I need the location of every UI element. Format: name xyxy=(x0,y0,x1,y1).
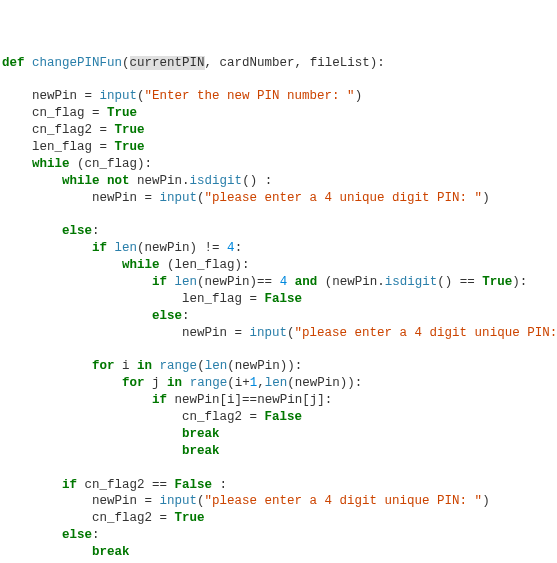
kw-false1: False xyxy=(265,292,303,306)
param-currentPIN[interactable]: currentPIN xyxy=(130,56,205,70)
kw-not: not xyxy=(107,174,130,188)
param-fileList: fileList xyxy=(310,56,370,70)
kw-false2: False xyxy=(265,410,303,424)
fn-input: input xyxy=(100,89,138,103)
kw-if2: if xyxy=(152,275,167,289)
kw-else2: else xyxy=(152,309,182,323)
var-len_flag: len_flag xyxy=(32,140,92,154)
kw-if1: if xyxy=(92,241,107,255)
kw-if3: if xyxy=(152,393,167,407)
kw-for1: for xyxy=(92,359,115,373)
kw-while3: while xyxy=(122,258,160,272)
kw-true3: True xyxy=(115,140,145,154)
kw-in1: in xyxy=(137,359,152,373)
var-newPin: newPin xyxy=(32,89,77,103)
str-prompt1: "Enter the new PIN number: " xyxy=(145,89,355,103)
kw-break1: break xyxy=(182,427,220,441)
var-cn_flag2: cn_flag2 xyxy=(32,123,92,137)
var-cn_flag: cn_flag xyxy=(32,106,85,120)
kw-def: def xyxy=(2,56,25,70)
kw-while1: while xyxy=(32,157,70,171)
str-prompt2: "please enter a 4 unique digit PIN: " xyxy=(205,191,483,205)
str-prompt4: "please enter a 4 digit unique PIN: " xyxy=(205,494,483,508)
kw-in2: in xyxy=(167,376,182,390)
kw-while2: while xyxy=(62,174,100,188)
kw-false3: False xyxy=(175,478,213,492)
kw-else1: else xyxy=(62,224,92,238)
code-block: def changePINFun(currentPIN, cardNumber,… xyxy=(0,51,557,563)
param-cardNumber: cardNumber xyxy=(220,56,295,70)
kw-break3: break xyxy=(92,545,130,559)
fn-name: changePINFun xyxy=(32,56,122,70)
str-prompt3: "please enter a 4 digit unique PIN: " xyxy=(295,326,557,340)
kw-for2: for xyxy=(122,376,145,390)
kw-break2: break xyxy=(182,444,220,458)
kw-else3: else xyxy=(62,528,92,542)
kw-and: and xyxy=(295,275,318,289)
kw-if4: if xyxy=(62,478,77,492)
kw-true2: True xyxy=(115,123,145,137)
kw-true1: True xyxy=(107,106,137,120)
kw-true4: True xyxy=(175,511,205,525)
